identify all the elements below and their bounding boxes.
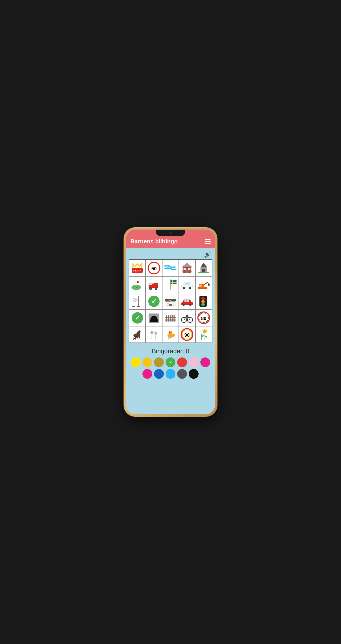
- cell-tunnel[interactable]: [146, 310, 162, 326]
- color-yellow[interactable]: [142, 358, 152, 367]
- svg-rect-36: [187, 283, 190, 285]
- svg-text:MRT: MRT: [169, 300, 172, 301]
- color-blue[interactable]: [154, 369, 164, 379]
- color-cyan[interactable]: [166, 369, 175, 379]
- cell-fire-truck[interactable]: [146, 276, 162, 293]
- svg-point-104: [188, 314, 189, 315]
- svg-text:90: 90: [185, 332, 190, 337]
- svg-point-101: [184, 320, 185, 320]
- cell-checked-1[interactable]: ✓: [146, 293, 162, 310]
- svg-line-113: [134, 337, 134, 340]
- svg-rect-29: [152, 284, 154, 284]
- svg-rect-51: [132, 306, 135, 307]
- cell-mcdonalds[interactable]: McDonald's: [129, 260, 146, 276]
- svg-point-126: [155, 333, 156, 334]
- svg-rect-16: [198, 272, 209, 273]
- cell-red-house[interactable]: [179, 260, 195, 276]
- svg-rect-79: [148, 322, 159, 323]
- svg-text:ICA: ICA: [167, 301, 169, 302]
- svg-text:coop: coop: [167, 303, 169, 304]
- svg-rect-9: [182, 272, 185, 272]
- svg-point-75: [201, 303, 205, 306]
- color-green[interactable]: [166, 358, 175, 367]
- color-magenta[interactable]: [142, 369, 152, 379]
- color-gold[interactable]: [154, 358, 164, 367]
- svg-rect-41: [199, 285, 201, 286]
- svg-text:🚲: 🚲: [206, 298, 208, 300]
- svg-rect-44: [208, 284, 210, 286]
- cell-bird[interactable]: [162, 326, 179, 343]
- cell-excavator[interactable]: [195, 276, 212, 293]
- svg-point-132: [170, 332, 170, 332]
- hamburger-line-3: [205, 243, 211, 244]
- svg-text:McDonald's: McDonald's: [133, 270, 142, 272]
- score-section: Bingorader: 0: [152, 348, 189, 355]
- svg-rect-6: [185, 268, 189, 273]
- cell-red-car[interactable]: [179, 293, 195, 310]
- svg-rect-7: [184, 268, 186, 270]
- app-title: Barnens bilbingo: [130, 238, 178, 245]
- cell-horse[interactable]: [129, 326, 146, 343]
- svg-rect-14: [202, 264, 205, 265]
- hamburger-line-1: [205, 240, 211, 240]
- svg-point-100: [190, 320, 191, 320]
- svg-point-73: [201, 297, 205, 300]
- sound-button[interactable]: 🔊: [204, 251, 211, 258]
- cell-river[interactable]: [162, 260, 179, 276]
- cell-swedish-flag[interactable]: [162, 276, 179, 293]
- cell-traffic-light[interactable]: ← 🚲: [195, 293, 212, 310]
- svg-marker-87: [170, 315, 171, 316]
- cell-speed-50[interactable]: 50: [146, 260, 162, 276]
- sound-row: 🔊: [129, 250, 212, 260]
- cell-power-lines[interactable]: [129, 293, 146, 310]
- svg-point-38: [189, 287, 191, 289]
- svg-rect-71: [192, 302, 193, 303]
- phone-notch: [156, 230, 185, 236]
- cell-speed-80[interactable]: 80: [195, 310, 212, 326]
- cell-flowers[interactable]: [195, 326, 212, 343]
- svg-marker-89: [172, 315, 173, 316]
- svg-text:80: 80: [201, 316, 206, 321]
- cell-windmills[interactable]: [146, 326, 162, 343]
- svg-rect-35: [185, 283, 187, 285]
- svg-rect-32: [171, 282, 177, 283]
- cell-bicycle[interactable]: [179, 310, 195, 326]
- cell-fence[interactable]: [162, 310, 179, 326]
- svg-rect-84: [168, 315, 169, 322]
- svg-point-69: [190, 304, 191, 305]
- palette-row-2: [142, 369, 199, 379]
- svg-point-37: [183, 287, 185, 289]
- svg-point-28: [155, 288, 157, 289]
- svg-marker-85: [168, 315, 169, 316]
- color-red[interactable]: [177, 358, 187, 367]
- svg-marker-19: [137, 280, 140, 283]
- color-black[interactable]: [189, 369, 199, 379]
- svg-rect-33: [172, 280, 173, 284]
- check-mark-1: ✓: [148, 296, 160, 307]
- menu-button[interactable]: [205, 240, 211, 244]
- cell-church[interactable]: [195, 260, 212, 276]
- camera: [169, 232, 172, 234]
- color-gray[interactable]: [177, 369, 187, 379]
- color-pink-light[interactable]: [189, 358, 199, 367]
- cell-speed-90[interactable]: 90: [179, 326, 195, 343]
- svg-line-116: [139, 336, 140, 339]
- cell-golf[interactable]: [129, 276, 146, 293]
- cell-ica-coop[interactable]: MRT ICA WILLY'S coop: [162, 293, 179, 310]
- color-pink[interactable]: [200, 358, 210, 367]
- svg-rect-64: [185, 300, 187, 302]
- phone-screen: Barnens bilbingo 🔊: [126, 230, 215, 414]
- hamburger-line-2: [205, 241, 211, 242]
- color-yellow-bright[interactable]: [131, 358, 141, 367]
- svg-line-42: [204, 282, 207, 285]
- svg-marker-91: [173, 315, 175, 316]
- svg-rect-90: [173, 315, 175, 322]
- svg-rect-86: [170, 315, 171, 322]
- svg-rect-88: [172, 315, 173, 322]
- cell-white-car[interactable]: [179, 276, 195, 293]
- cell-checked-2[interactable]: ✓: [129, 310, 146, 326]
- svg-rect-62: [166, 306, 175, 306]
- svg-marker-130: [172, 333, 173, 334]
- svg-rect-65: [187, 300, 189, 302]
- svg-marker-83: [166, 315, 167, 316]
